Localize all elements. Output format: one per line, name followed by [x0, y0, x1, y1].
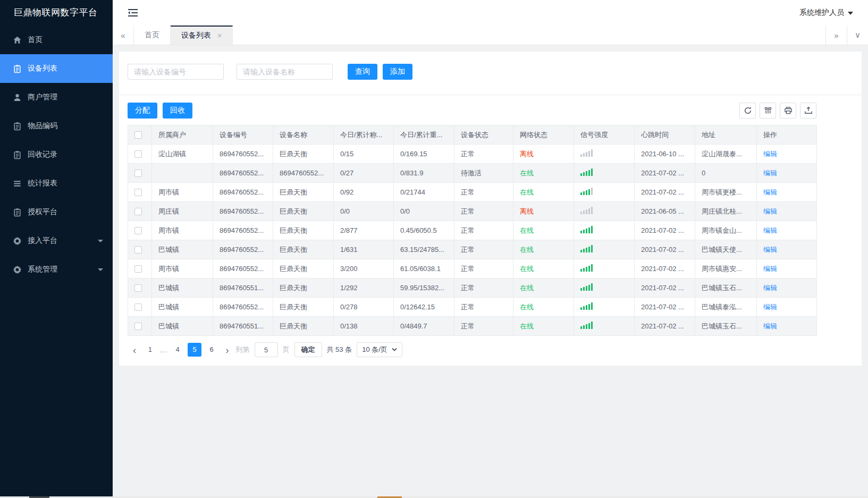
edit-link[interactable]: 编辑 — [763, 303, 777, 311]
sidebar-item-label: 商户管理 — [28, 92, 57, 102]
next-page-button[interactable]: › — [223, 345, 231, 355]
sidebar-item-device-list[interactable]: 设备列表 — [0, 54, 113, 83]
sidebar-item-merchant-management[interactable]: 商户管理 — [0, 83, 113, 112]
user-menu[interactable]: 系统维护人员 — [799, 8, 853, 18]
row-checkbox[interactable] — [134, 170, 142, 177]
assign-button[interactable]: 分配 — [128, 103, 157, 119]
cell-device-name: 巨鼎天衡 — [273, 221, 334, 240]
select-all-checkbox[interactable] — [134, 131, 142, 139]
page-number-5[interactable]: 5 — [188, 343, 201, 357]
cell-actions: 编辑 — [757, 202, 817, 221]
edit-link[interactable]: 编辑 — [763, 150, 777, 158]
column-header: 信号强度 — [574, 125, 635, 145]
cell-network-status: 在线 — [513, 221, 574, 240]
tabs-menu-icon[interactable]: ∨ — [847, 26, 868, 45]
chevron-down-icon — [848, 12, 853, 15]
cell-actions: 编辑 — [757, 278, 817, 298]
edit-link[interactable]: 编辑 — [763, 188, 777, 196]
device-name-input[interactable] — [237, 64, 333, 80]
page-number-6[interactable]: 6 — [205, 343, 218, 357]
open-tabs: 首页设备列表× — [134, 26, 233, 45]
cell-device-no: 8694760552... — [213, 145, 273, 164]
page-number-4[interactable]: 4 — [171, 343, 184, 357]
sidebar-item-home[interactable]: 首页 — [0, 26, 113, 54]
cell-signal-strength — [574, 202, 635, 221]
sidebar-item-label: 系统管理 — [28, 265, 57, 274]
cell-network-status: 在线 — [513, 240, 574, 259]
cell-heartbeat-time: 2021-07-02 ... — [635, 317, 695, 336]
confirm-page-button[interactable]: 确定 — [294, 342, 322, 357]
export-icon[interactable] — [800, 103, 816, 119]
cell-address: 周市镇惠安... — [695, 259, 757, 278]
cell-today-total-weight: 0.45/6050.5 — [394, 221, 454, 240]
row-checkbox[interactable] — [134, 150, 142, 158]
tabs-scroll-left-icon[interactable]: « — [113, 26, 134, 45]
cell-actions: 编辑 — [757, 240, 817, 259]
refresh-icon[interactable] — [739, 103, 756, 119]
device-no-input[interactable] — [128, 64, 224, 80]
sidebar-item-recycle-record[interactable]: 回收记录 — [0, 140, 113, 169]
row-checkbox[interactable] — [134, 208, 142, 215]
edit-link[interactable]: 编辑 — [763, 265, 777, 273]
query-button[interactable]: 查询 — [348, 64, 377, 80]
cell-device-status: 正常 — [454, 202, 513, 221]
prev-page-button[interactable]: ‹ — [131, 345, 138, 355]
sidebar-item-item-code[interactable]: 物品编码 — [0, 112, 113, 140]
recycle-button[interactable]: 回收 — [163, 103, 192, 119]
sidebar-item-access-platform[interactable]: 接入平台 — [0, 226, 113, 255]
cell-signal-strength — [574, 145, 635, 164]
user-role-label: 系统维护人员 — [799, 8, 844, 18]
edit-link[interactable]: 编辑 — [763, 169, 777, 177]
columns-icon[interactable] — [760, 103, 776, 119]
page-size-value: 10 条/页 — [362, 345, 387, 354]
page-numbers: 1...456 — [143, 343, 218, 357]
cell-today-total-weight: 61.05/6038.1 — [394, 259, 454, 278]
sidebar-nav: 首页设备列表商户管理物品编码回收记录统计报表授权平台接入平台系统管理 — [0, 26, 113, 284]
cell-address: 周庄镇北桂... — [695, 202, 757, 221]
print-icon[interactable] — [780, 103, 796, 119]
tab-首页[interactable]: 首页 — [134, 26, 171, 45]
sidebar-item-system-management[interactable]: 系统管理 — [0, 255, 113, 284]
signal-bars-icon — [580, 264, 593, 272]
edit-link[interactable]: 编辑 — [763, 226, 777, 234]
cell-today-total-weight: 0/4849.7 — [394, 317, 454, 336]
tabs-scroll-right-icon[interactable]: » — [825, 26, 847, 45]
row-checkbox[interactable] — [134, 303, 142, 311]
close-tab-icon[interactable]: × — [217, 32, 222, 39]
table-toolbar: 分配 回收 — [128, 103, 816, 119]
clipboard-icon — [13, 150, 22, 159]
network-status-badge: 在线 — [520, 265, 534, 273]
collapse-sidebar-icon[interactable] — [128, 9, 138, 17]
cell-heartbeat-time: 2021-07-02 ... — [635, 183, 695, 202]
add-button[interactable]: 添加 — [383, 64, 412, 80]
table-row: 周庄镇8694760552...巨鼎天衡0/00/0正常离线2021-06-05… — [128, 202, 817, 221]
row-checkbox[interactable] — [134, 265, 142, 273]
cell-heartbeat-time: 2021-07-02 ... — [635, 278, 695, 298]
edit-link[interactable]: 编辑 — [763, 284, 777, 292]
sidebar-item-authorized-platform[interactable]: 授权平台 — [0, 198, 113, 226]
clipboard-icon — [13, 208, 22, 217]
sidebar-item-statistics-report[interactable]: 统计报表 — [0, 169, 113, 198]
cell-today-total-weight: 0/831.9 — [394, 164, 454, 183]
cell-network-status: 在线 — [513, 164, 574, 183]
page-size-select[interactable]: 10 条/页 — [357, 342, 402, 357]
row-checkbox[interactable] — [134, 246, 142, 254]
edit-link[interactable]: 编辑 — [763, 322, 777, 330]
goto-page-input[interactable] — [255, 342, 278, 357]
edit-link[interactable]: 编辑 — [763, 207, 777, 215]
column-header: 所属商户 — [152, 125, 213, 145]
network-status-badge: 在线 — [520, 284, 534, 292]
sidebar-item-label: 首页 — [28, 35, 43, 45]
row-checkbox[interactable] — [134, 227, 142, 234]
user-icon — [13, 93, 22, 102]
page-ellipsis: ... — [160, 346, 167, 354]
row-checkbox[interactable] — [134, 284, 142, 292]
cell-today-total-count: 0/0 — [334, 202, 394, 221]
tab-设备列表[interactable]: 设备列表× — [171, 26, 233, 45]
row-checkbox[interactable] — [134, 189, 142, 196]
home-icon — [13, 36, 22, 45]
page-number-1[interactable]: 1 — [143, 343, 157, 357]
edit-link[interactable]: 编辑 — [763, 246, 777, 254]
table-tool-icons — [739, 103, 816, 119]
row-checkbox[interactable] — [134, 323, 142, 330]
